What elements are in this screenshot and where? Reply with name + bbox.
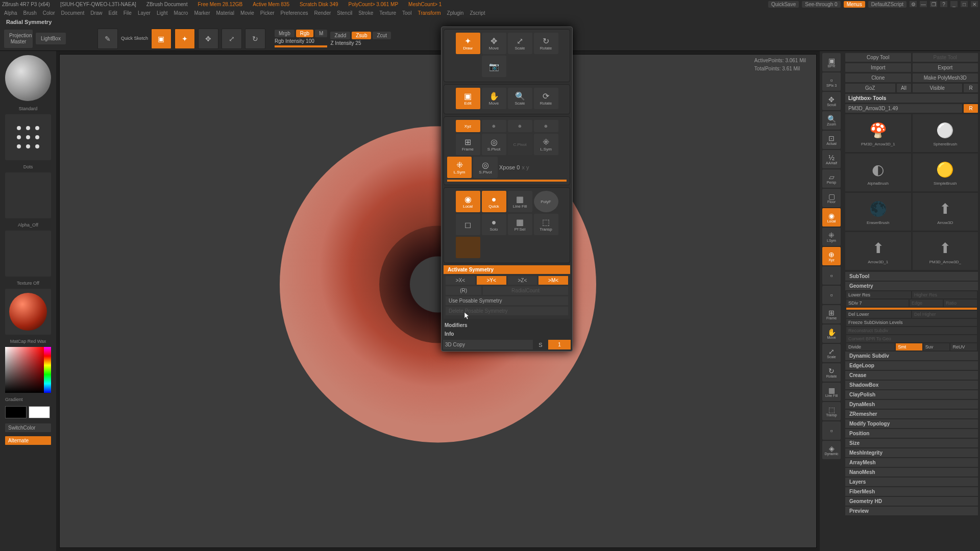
tool-tile-pm3d-arrow3d-1[interactable]: 🍄PM3D_Arrow3D_1: [845, 114, 911, 152]
tool-tile-pm3d-arrow3d-[interactable]: ⬆PM3D_Arrow3D_: [913, 232, 978, 270]
quicksketch-button[interactable]: ✎: [97, 29, 118, 49]
xy-axis-button[interactable]: ⊕: [482, 120, 506, 132]
quick-button[interactable]: ●Quick: [482, 191, 506, 212]
shelf-bpr[interactable]: ▣BPR: [822, 53, 841, 71]
close-window-icon[interactable]: ✕: [971, 1, 978, 7]
tool-tile-simplebrush[interactable]: 🟡SimpleBrush: [913, 154, 978, 191]
radial-count-slider[interactable]: RadialCount: [483, 286, 568, 295]
mrgb-button[interactable]: Mrgb: [275, 30, 295, 37]
material-preview[interactable]: [5, 289, 51, 335]
smt-button[interactable]: Smt: [896, 343, 922, 350]
activate-symmetry-header[interactable]: Activate Symmetry: [444, 265, 570, 274]
delete-posable-sym-button[interactable]: Delete Posable Symmetry: [446, 307, 568, 315]
menu-material[interactable]: Material: [216, 10, 235, 16]
lightbox-tools-header[interactable]: Lightbox› Tools: [845, 94, 978, 103]
scale-mode-button[interactable]: ⤢: [222, 29, 242, 49]
popup-draw-button[interactable]: ✦Draw: [456, 33, 480, 54]
xpose-slider[interactable]: Xpose 0: [499, 164, 520, 170]
goz-all-button[interactable]: All: [897, 84, 911, 92]
polyf-button[interactable]: PolyF: [534, 191, 558, 212]
edit-mode-button[interactable]: ▣: [151, 29, 172, 49]
tool-r-button[interactable]: R: [964, 104, 978, 113]
canvas-viewport[interactable]: ActivePoints: 3.061 Mil TotalPoints: 3.6…: [59, 54, 817, 548]
see-through-slider[interactable]: See-through 0: [802, 1, 840, 8]
menu-layer[interactable]: Layer: [138, 10, 151, 16]
cube-button[interactable]: ◻: [456, 214, 480, 235]
menu-brush[interactable]: Brush: [23, 10, 37, 16]
spivot-button[interactable]: ◎S.Pivot: [482, 134, 506, 155]
rgb-intensity-track[interactable]: [275, 45, 328, 47]
accordion-nanomesh[interactable]: NanoMesh: [845, 468, 978, 477]
shelf-move[interactable]: ✋Move: [822, 324, 841, 343]
color-picker[interactable]: [5, 347, 51, 393]
copy-tool-button[interactable]: Copy Tool: [845, 53, 911, 62]
menu-edit[interactable]: Edit: [109, 10, 117, 16]
help-icon[interactable]: ?: [940, 1, 947, 7]
rgb-button[interactable]: Rgb: [296, 30, 313, 37]
accordion-geometry-hd[interactable]: Geometry HD: [845, 497, 978, 506]
goz-r-button[interactable]: R: [964, 84, 978, 92]
xyz-button[interactable]: Xyz: [456, 120, 480, 132]
accordion-crease[interactable]: Crease: [845, 371, 978, 380]
accordion-shadowbox[interactable]: ShadowBox: [845, 381, 978, 389]
shelf-spix-3[interactable]: ▫SPix 3: [822, 72, 841, 91]
spivot2-button[interactable]: ◎S.Pivot: [473, 157, 498, 178]
divide-button[interactable]: Divide: [846, 343, 895, 350]
draw-mode-button[interactable]: ✦: [175, 29, 195, 49]
z-intensity-slider[interactable]: Z Intensity 25: [330, 40, 390, 46]
accordion-fibermesh[interactable]: FiberMesh: [845, 487, 978, 496]
minimize-icon[interactable]: —: [920, 1, 927, 7]
shelf-blank-11[interactable]: ▫: [822, 266, 841, 285]
transp-button[interactable]: ⬚Transp: [534, 214, 558, 235]
menu-render[interactable]: Render: [314, 10, 331, 16]
rotate-mode-button[interactable]: ↻: [245, 29, 265, 49]
sym-m-button[interactable]: >M<: [538, 276, 568, 285]
shelf-scale[interactable]: ⤢Scale: [822, 344, 841, 362]
accordion-modify-topology[interactable]: Modify Topology: [845, 419, 978, 428]
accordion-dynamic-subdiv[interactable]: Dynamic Subdiv: [845, 352, 978, 360]
popup-edit-button[interactable]: ▣Edit: [456, 88, 480, 109]
menu-file[interactable]: File: [124, 10, 132, 16]
projection-master-button[interactable]: Projection Master: [4, 30, 33, 48]
reconstruct-button[interactable]: Reconstruct Subdiv: [846, 327, 977, 334]
move-mode-button[interactable]: ✥: [198, 29, 218, 49]
menu-picker[interactable]: Picker: [260, 10, 275, 16]
accordion-claypolish[interactable]: ClayPolish: [845, 390, 978, 399]
menus-button[interactable]: Menus: [844, 1, 865, 8]
accordion-preview[interactable]: Preview: [845, 507, 978, 515]
shelf-lsym[interactable]: ⁜LSym: [822, 228, 841, 246]
suv-button[interactable]: Suv: [923, 343, 950, 350]
accordion-layers[interactable]: Layers: [845, 478, 978, 486]
maximize-window-icon[interactable]: □: [961, 1, 968, 7]
convert-bpr-button[interactable]: Convert BPR To Geo: [846, 335, 977, 342]
quicksave-button[interactable]: QuickSave: [768, 1, 799, 8]
zadd-button[interactable]: Zadd: [330, 32, 350, 39]
shelf-zoom[interactable]: 🔍Zoom: [822, 111, 841, 130]
modifiers-header[interactable]: Modifiers: [442, 321, 572, 330]
use-posable-sym-button[interactable]: Use Posable Symmetry: [446, 296, 568, 305]
rgb-intensity-slider[interactable]: Rgb Intensity 100: [275, 38, 328, 44]
zsub-button[interactable]: Zsub: [352, 32, 371, 39]
accordion-meshintegrity[interactable]: MeshIntegrity: [845, 448, 978, 457]
accordion-edgeloop[interactable]: EdgeLoop: [845, 361, 978, 370]
brush-preview[interactable]: [5, 55, 51, 101]
linefill-button[interactable]: ▦Line Fill: [508, 191, 532, 212]
sdiv-slider[interactable]: SDiv 7: [846, 299, 909, 307]
menu-macro[interactable]: Macro: [174, 10, 188, 16]
lightbox-button[interactable]: LightBox: [36, 33, 66, 44]
accordion-position[interactable]: Position: [845, 429, 978, 438]
lower-res-button[interactable]: Lower Res: [846, 291, 911, 298]
popup-move-button[interactable]: ✥Move: [482, 33, 506, 54]
solo-button[interactable]: ●Solo: [482, 214, 506, 235]
menu-marker[interactable]: Marker: [194, 10, 210, 16]
popup-scale-button[interactable]: ⤢Scale: [508, 33, 532, 54]
dynamic-button[interactable]: [456, 237, 480, 258]
lsym-button[interactable]: ⁜L.Sym: [534, 134, 558, 155]
menu-zplugin[interactable]: Zplugin: [447, 10, 464, 16]
pfsel-button[interactable]: ▦Pf Sel: [508, 214, 532, 235]
menu-draw[interactable]: Draw: [90, 10, 102, 16]
menu-transform[interactable]: Transform: [418, 10, 440, 16]
shelf-aahalf[interactable]: ½AAHalf: [822, 150, 841, 168]
sym-x-button[interactable]: >X<: [446, 276, 475, 285]
accordion-arraymesh[interactable]: ArrayMesh: [845, 458, 978, 467]
